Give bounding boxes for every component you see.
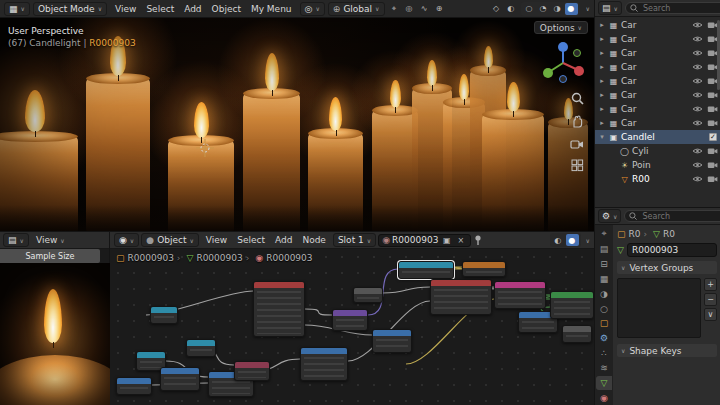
shading-mode-icon[interactable]: ○ — [523, 3, 536, 15]
disable-render-toggle[interactable] — [706, 91, 719, 99]
tool-icon[interactable]: ⊕ — [433, 3, 446, 15]
outliner-row[interactable]: ▸ ▦ Car — [595, 60, 720, 74]
breadcrumb-item[interactable]: ▽ R0 — [644, 229, 676, 239]
node-canvas[interactable]: ▢ R0000903 ▽ R0000903 ◉ R0000903 — [110, 249, 594, 405]
outliner-item-label[interactable]: Candlel — [621, 132, 707, 142]
properties-tab[interactable]: ⊟ — [596, 257, 612, 271]
list-action-button[interactable]: − — [704, 293, 717, 306]
shader-node[interactable] — [332, 309, 368, 331]
outliner-search-input[interactable] — [641, 3, 720, 14]
zoom-icon[interactable] — [571, 92, 584, 105]
outliner-row[interactable]: ▸ ▦ Car — [595, 102, 720, 116]
hide-viewport-toggle[interactable] — [691, 147, 704, 155]
shader-node[interactable] — [186, 339, 216, 357]
material-field-icon[interactable]: ▣ — [440, 234, 453, 246]
node-editor-menu-item[interactable]: Select — [232, 233, 270, 247]
shader-node[interactable] — [253, 281, 305, 337]
outliner-item-label[interactable]: Cyli — [632, 146, 689, 156]
disclosure-triangle[interactable]: ▾ — [598, 133, 606, 141]
grid-ortho-icon[interactable] — [571, 159, 584, 172]
hide-viewport-toggle[interactable] — [691, 63, 704, 71]
hide-viewport-toggle[interactable] — [691, 91, 704, 99]
outliner-row[interactable]: ▾ ▣ Candlel ✓ — [595, 130, 720, 144]
properties-tab[interactable]: ≋ — [596, 361, 612, 375]
shader-node[interactable] — [372, 329, 412, 353]
hide-viewport-toggle[interactable] — [691, 175, 704, 183]
shader-node[interactable] — [150, 306, 178, 324]
properties-tab[interactable]: ▽ — [596, 376, 612, 390]
render-preview-image[interactable] — [0, 263, 110, 405]
properties-tab[interactable]: ▤ — [596, 242, 612, 256]
shader-node[interactable] — [398, 261, 454, 279]
transform-orientation-select[interactable]: ⊕ Global∨ — [328, 2, 385, 16]
shader-type-select[interactable]: ● Object∨ — [141, 233, 199, 247]
outliner-item-label[interactable]: Car — [621, 104, 689, 114]
shape-keys-section-header[interactable]: ∨ Shape Keys — [617, 344, 717, 357]
disable-render-toggle[interactable] — [706, 175, 719, 183]
tool-icon[interactable]: ⌖ — [388, 3, 401, 15]
properties-tab[interactable]: ◑ — [596, 287, 612, 301]
list-action-button[interactable]: ∨ — [704, 308, 717, 321]
outliner-item-label[interactable]: R00 — [632, 174, 689, 184]
topbar-menu-item[interactable]: My Menu — [246, 2, 297, 16]
outliner-row[interactable]: ▸ ▦ Car — [595, 88, 720, 102]
topbar-menu-item[interactable]: View — [110, 2, 141, 16]
shading-mode-icon[interactable]: ◑ — [551, 3, 564, 15]
disclosure-triangle[interactable]: ▸ — [598, 91, 606, 99]
outliner-item-label[interactable]: Car — [621, 20, 689, 30]
preview-editor-type-button[interactable]: ▤∨ — [3, 233, 29, 247]
sample-size-button[interactable]: Sample Size — [0, 249, 100, 263]
shader-node[interactable] — [234, 361, 270, 381]
topbar-menu-item[interactable]: Add — [179, 2, 206, 16]
properties-tab[interactable]: ∴ — [596, 346, 612, 360]
disclosure-triangle[interactable]: ▸ — [598, 119, 606, 127]
properties-tab[interactable]: ▦ — [596, 272, 612, 286]
mode-select[interactable]: Object Mode∨ — [33, 2, 107, 16]
outliner-item-label[interactable]: Car — [621, 62, 689, 72]
disable-render-toggle[interactable] — [706, 147, 719, 155]
shading-mode-icon[interactable]: ● — [565, 3, 578, 15]
disable-render-toggle[interactable] — [706, 119, 719, 127]
material-name-field[interactable]: ◉ R0000903 ▣× — [378, 234, 471, 247]
node-editor-menu-item[interactable]: View — [201, 233, 232, 247]
disable-render-toggle[interactable] — [706, 161, 719, 169]
shader-node[interactable] — [462, 261, 506, 277]
properties-tab[interactable]: ⌖ — [596, 227, 612, 241]
shader-node[interactable] — [160, 367, 200, 391]
properties-tab[interactable]: ◉ — [596, 391, 612, 405]
topbar-menu-item[interactable]: Select — [141, 2, 179, 16]
outliner-row[interactable]: ▸ ▦ Car — [595, 32, 720, 46]
pivot-point-button[interactable]: ◎∨ — [300, 2, 325, 16]
outliner-item-label[interactable]: Car — [621, 76, 689, 86]
list-action-button[interactable]: + — [704, 278, 717, 291]
shading-mode-icon[interactable]: ◔ — [537, 3, 550, 15]
navigation-gizmo[interactable] — [540, 40, 586, 86]
shader-node[interactable] — [562, 325, 592, 343]
shader-node[interactable] — [430, 279, 492, 315]
hide-viewport-toggle[interactable] — [691, 119, 704, 127]
preview-view-menu[interactable]: View∨ — [31, 233, 70, 247]
outliner-item-label[interactable]: Car — [621, 118, 689, 128]
outliner-item-label[interactable]: Car — [621, 48, 689, 58]
breadcrumb-item[interactable]: ▢ R0000903 — [116, 253, 174, 263]
disclosure-triangle[interactable]: ▸ — [598, 105, 606, 113]
camera-view-icon[interactable] — [570, 138, 584, 149]
outliner-item-label[interactable]: Poin — [632, 160, 689, 170]
shader-node[interactable] — [550, 291, 594, 319]
disclosure-triangle[interactable]: ▸ — [598, 77, 606, 85]
outliner-row[interactable]: ▽ R00 — [595, 172, 720, 186]
breadcrumb-item[interactable]: ▢ R0 — [617, 229, 641, 239]
outliner-row[interactable]: ◯ Cyli — [595, 144, 720, 158]
shader-node[interactable] — [353, 287, 383, 303]
shader-node[interactable] — [300, 347, 348, 381]
vertex-groups-list[interactable] — [617, 278, 701, 338]
hide-viewport-toggle[interactable] — [691, 49, 704, 57]
view-toggle-icon[interactable]: ◐ — [505, 3, 518, 15]
breadcrumb-item[interactable]: ◉ R0000903 — [246, 253, 313, 263]
outliner-editor-type-button[interactable]: ▤∨ — [598, 1, 622, 15]
editor-type-button[interactable]: ▦∨ — [4, 2, 30, 16]
hide-viewport-toggle[interactable] — [691, 105, 704, 113]
view-toggle-icon[interactable]: ◇ — [490, 3, 503, 15]
outliner-row[interactable]: ▸ ▦ Car — [595, 18, 720, 32]
outliner-item-label[interactable]: Car — [621, 90, 689, 100]
